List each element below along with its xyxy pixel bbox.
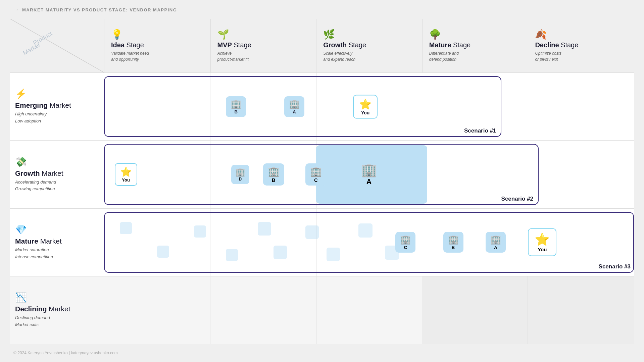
vendor-b-growth: 🏢 B bbox=[263, 163, 284, 186]
vendor-a-growth: 🏢 A bbox=[354, 158, 384, 191]
scenario1-label: Scenario #1 bbox=[464, 127, 496, 134]
idea-stage-name: Idea Stage bbox=[111, 41, 144, 49]
mature-cell-mvp bbox=[210, 209, 316, 276]
vendor-c-label-mature: C bbox=[404, 245, 407, 250]
growth-stage-desc: Scale effectivelyand expand reach bbox=[323, 50, 355, 62]
vendor-b-emerging: 🏢 B bbox=[226, 96, 246, 117]
emerging-market-desc: High uncertaintyLow adoption bbox=[15, 111, 97, 125]
declining-cell-mature bbox=[422, 276, 528, 344]
ghost-9 bbox=[358, 223, 373, 238]
idea-icon: 💡 bbox=[111, 29, 123, 40]
vendor-a-label-mature: A bbox=[494, 245, 497, 250]
emerging-icon: ⚡ bbox=[15, 88, 97, 99]
declining-row-grid bbox=[104, 276, 634, 344]
vendor-b-label-mature: B bbox=[452, 245, 455, 250]
mvp-icon: 🌱 bbox=[217, 29, 229, 40]
you-label-emerging: You bbox=[361, 110, 369, 115]
header-arrow: → bbox=[13, 7, 19, 13]
growth-market-desc: Accelerating demandGrowing competition bbox=[15, 179, 97, 193]
vendor-d-label: D bbox=[239, 177, 242, 182]
row-emerging: ⚡ Emerging Market High uncertaintyLow ad… bbox=[10, 72, 634, 140]
you-star-mature: ⭐ bbox=[535, 232, 550, 247]
vendor-a-icon: 🏢 bbox=[289, 99, 300, 109]
ghost-4 bbox=[226, 249, 238, 261]
declining-cell-idea bbox=[104, 276, 210, 344]
growth-row-grid: Scenario #2 ⭐ You 🏢 D 🏢 bbox=[104, 141, 634, 208]
decline-stage-icon: 🍂 bbox=[535, 29, 547, 40]
vendor-d-icon: 🏢 bbox=[235, 167, 245, 177]
growth-stage-name: Growth Stage bbox=[323, 41, 366, 49]
you-star-growth: ⭐ bbox=[120, 166, 132, 177]
vendor-d-growth: 🏢 D bbox=[231, 165, 249, 184]
declining-icon: 📉 bbox=[15, 292, 97, 303]
mature-row-grid: Scenario #3 🏢 C 🏢 bbox=[104, 209, 634, 276]
decline-stage-name: Decline Stage bbox=[535, 41, 578, 49]
mature-market-desc: Market saturationIntense competition bbox=[15, 247, 97, 261]
svg-line-0 bbox=[10, 19, 104, 72]
row-mature-market: 💎 Mature Market Market saturationIntense… bbox=[10, 208, 634, 276]
mature-cell-idea bbox=[104, 209, 210, 276]
vendor-a-label-growth: A bbox=[366, 177, 372, 186]
declining-market-label: 📉 Declining Market Declining demandMarke… bbox=[10, 276, 104, 344]
vendor-b-icon-mature: 🏢 bbox=[448, 235, 459, 245]
scenario3-label: Scenario #3 bbox=[599, 263, 631, 270]
ghost-5 bbox=[258, 222, 271, 236]
growth-stage-icon: 🌿 bbox=[323, 29, 335, 40]
vendor-b-icon: 🏢 bbox=[231, 99, 241, 109]
ghost-1 bbox=[120, 222, 132, 234]
growth-market-icon: 💸 bbox=[15, 156, 97, 167]
col-header-mvp: 🌱 MVP Stage Achieveproduct-market fit bbox=[210, 19, 316, 72]
you-mature: ⭐ You bbox=[528, 228, 556, 256]
vendor-b-icon-growth: 🏢 bbox=[268, 166, 280, 177]
emerging-cell-idea bbox=[104, 73, 210, 140]
col-header-growth-stage: 🌿 Growth Stage Scale effectivelyand expa… bbox=[316, 19, 422, 72]
mature-market-label: 💎 Mature Market Market saturationIntense… bbox=[10, 209, 104, 276]
vendor-c-icon-growth: 🏢 bbox=[310, 166, 322, 177]
you-growth: ⭐ You bbox=[115, 163, 137, 186]
mature-stage-desc: Differentiate anddefend position bbox=[429, 50, 459, 62]
vendor-b-label: B bbox=[234, 109, 237, 114]
scenario2-label: Scenario #2 bbox=[501, 196, 533, 202]
declining-cell-decline bbox=[528, 276, 634, 344]
ghost-7 bbox=[305, 225, 319, 239]
vendor-a-label: A bbox=[293, 109, 296, 114]
mature-market-name: Mature Market bbox=[15, 237, 97, 245]
mature-stage-name: Mature Stage bbox=[429, 41, 470, 49]
idea-stage-desc: Validate market needand opportunity bbox=[111, 50, 149, 62]
ghost-6 bbox=[274, 246, 287, 259]
vendor-c-growth: 🏢 C bbox=[305, 163, 327, 186]
growth-market-label: 💸 Growth Market Accelerating demandGrowi… bbox=[10, 141, 104, 208]
vendor-a-icon-mature: 🏢 bbox=[490, 235, 501, 245]
vendor-b-mature: 🏢 B bbox=[443, 232, 463, 253]
vendor-c-icon-mature: 🏢 bbox=[400, 235, 411, 245]
vendor-a-icon-growth: 🏢 bbox=[361, 163, 377, 177]
mature-market-icon: 💎 bbox=[15, 224, 97, 235]
growth-market-name: Growth Market bbox=[15, 169, 97, 177]
declining-cell-mvp bbox=[210, 276, 316, 344]
emerging-market-label: ⚡ Emerging Market High uncertaintyLow ad… bbox=[10, 73, 104, 140]
you-label-growth: You bbox=[122, 177, 130, 183]
header-row: → MARKET MATURITY VS PRODUCT STAGE: VEND… bbox=[10, 7, 634, 13]
growth-cell-decline bbox=[528, 141, 634, 208]
you-emerging: ⭐ You bbox=[353, 95, 378, 118]
page-title: MARKET MATURITY VS PRODUCT STAGE: VENDOR… bbox=[22, 7, 177, 12]
footer: © 2024 Kateryna Yevtushenko | katerynaye… bbox=[10, 351, 634, 355]
you-label-mature: You bbox=[538, 247, 547, 252]
vendor-b-label-growth: B bbox=[272, 177, 276, 183]
column-headers: 💡 Idea Stage Validate market needand opp… bbox=[104, 19, 634, 72]
declining-cell-growth bbox=[316, 276, 422, 344]
decline-stage-desc: Optimize costsor pivot / exit bbox=[535, 50, 561, 62]
vendor-c-mature: 🏢 C bbox=[395, 232, 415, 253]
vendor-a-mature: 🏢 A bbox=[486, 232, 506, 253]
vendor-a-emerging: 🏢 A bbox=[284, 96, 304, 117]
mvp-stage-name: MVP Stage bbox=[217, 41, 251, 49]
declining-market-name: Declining Market bbox=[15, 305, 97, 313]
mature-stage-icon: 🌳 bbox=[429, 29, 441, 40]
col-header-decline-stage: 🍂 Decline Stage Optimize costsor pivot /… bbox=[528, 19, 634, 72]
row-declining-market: 📉 Declining Market Declining demandMarke… bbox=[10, 276, 634, 344]
main-container: → MARKET MATURITY VS PRODUCT STAGE: VEND… bbox=[0, 0, 644, 362]
top-section: Product Market 💡 Idea Stage Validate mar… bbox=[10, 19, 634, 72]
mature-cell-mature bbox=[422, 209, 528, 276]
diagonal-area: Product Market bbox=[10, 19, 104, 72]
ghost-8 bbox=[327, 248, 340, 261]
